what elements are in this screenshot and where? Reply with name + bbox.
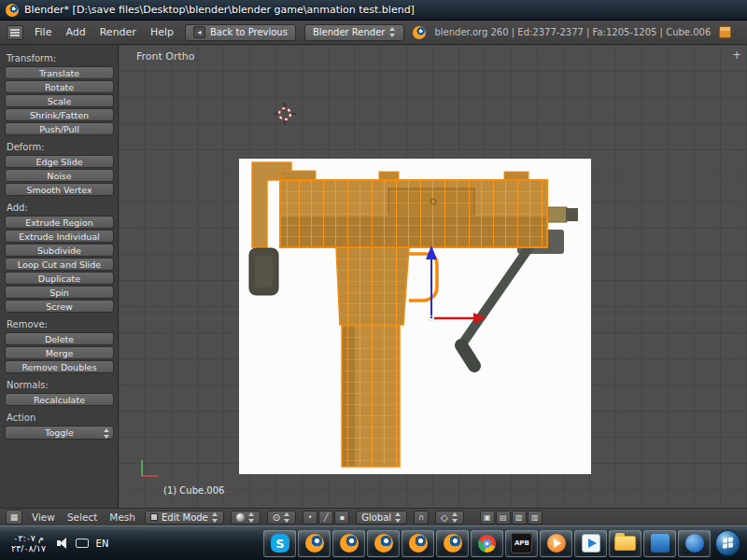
back-to-previous-button[interactable]: ◂ Back to Previous — [185, 24, 296, 41]
tool-delete-button[interactable]: Delete — [5, 332, 114, 345]
keyboard-icon[interactable] — [76, 539, 88, 548]
dropdown-arrows-icon — [248, 512, 255, 523]
opengl-render-button[interactable]: ▣ — [480, 511, 495, 525]
taskbar-apb[interactable]: APB — [505, 530, 538, 557]
dropdown-arrows-icon — [389, 27, 396, 37]
tool-noise-button[interactable]: Noise — [5, 169, 114, 182]
blender-icon — [444, 534, 462, 553]
folder-icon — [614, 536, 636, 551]
orientation-value: Global — [361, 512, 391, 523]
pivot-icon: ⊙ — [273, 512, 280, 523]
action-toggle-select[interactable]: Toggle — [5, 426, 114, 440]
vertex-select-button[interactable]: • — [303, 511, 317, 525]
tool-push-pull-button[interactable]: Push/Pull — [5, 122, 114, 135]
face-select-button[interactable]: ▪ — [334, 511, 349, 525]
3d-cursor[interactable] — [274, 103, 296, 125]
snap-element-select[interactable]: ◇ — [435, 511, 464, 525]
active-object-label: (1) Cube.006 — [163, 485, 224, 496]
tool-smooth-vertex-button[interactable]: Smooth Vertex — [5, 183, 114, 196]
pivot-select[interactable]: ⊙ — [267, 511, 296, 525]
window-title: Blender* [D:\save files\Desktop\blender\… — [24, 4, 415, 16]
3dview-editor-icon: ▦ — [10, 512, 19, 522]
taskbar-chrome[interactable] — [471, 530, 503, 557]
gun-trigger-guard[interactable] — [409, 254, 437, 301]
chrome-icon — [478, 535, 496, 553]
blue-app-icon — [651, 534, 669, 553]
editor-type-button-info[interactable] — [7, 25, 23, 40]
tool-scale-button[interactable]: Scale — [5, 94, 114, 107]
taskbar-blender-1[interactable] — [298, 530, 331, 557]
volume-icon[interactable] — [57, 538, 71, 549]
tool-remove-doubles-button[interactable]: Remove Doubles — [5, 360, 114, 373]
menu-help[interactable]: Help — [148, 25, 176, 39]
blender-icon — [340, 534, 359, 553]
tool-extrude-individual-button[interactable]: Extrude Individual — [5, 230, 114, 243]
gun-muzzle — [546, 207, 578, 222]
taskbar-media-blue[interactable] — [574, 530, 607, 557]
menu-render[interactable]: Render — [97, 25, 139, 39]
tool-duplicate-button[interactable]: Duplicate — [5, 272, 114, 285]
menu-file[interactable]: File — [32, 25, 54, 39]
tool-translate-button[interactable]: Translate — [5, 66, 114, 79]
taskbar-media-orange[interactable] — [540, 530, 572, 557]
gun-receiver[interactable] — [280, 171, 547, 247]
tool-recalculate-button[interactable]: Recalculate — [5, 393, 114, 406]
section-action-label: Action — [7, 413, 114, 423]
tool-merge-button[interactable]: Merge — [5, 346, 114, 359]
tool-edge-slide-button[interactable]: Edge Slide — [5, 155, 114, 168]
media-player2-icon — [582, 534, 600, 553]
blender-icon — [305, 534, 324, 553]
render-engine-select[interactable]: Blender Render — [304, 24, 405, 41]
tool-shelf: Transform: Translate Rotate Scale Shrink… — [0, 45, 119, 508]
taskbar-blender-4[interactable] — [402, 530, 434, 557]
language-indicator[interactable]: EN — [93, 539, 112, 549]
menu-view[interactable]: View — [29, 511, 58, 524]
snap-magnet-button[interactable]: ∩ — [414, 511, 429, 525]
edge-select-button[interactable]: ╱ — [318, 511, 333, 525]
taskbar-app-blue2[interactable] — [678, 530, 711, 557]
windows-flag-icon — [723, 537, 734, 550]
gun-grip[interactable] — [336, 247, 409, 325]
layers-button[interactable]: ▧ — [512, 511, 527, 525]
menu-select[interactable]: Select — [64, 511, 100, 524]
window-titlebar: Blender* [D:\save files\Desktop\blender\… — [0, 0, 747, 21]
display-button[interactable]: ▥ — [528, 511, 543, 525]
gun-stock — [461, 230, 564, 366]
mode-select[interactable]: Edit Mode — [145, 511, 224, 525]
menu-add[interactable]: Add — [63, 25, 88, 39]
tool-shrink-fatten-button[interactable]: Shrink/Fatten — [5, 108, 114, 121]
gun-reference-drawing — [239, 159, 591, 474]
blender-icon — [409, 534, 428, 553]
viewport-3d[interactable]: Front Ortho (1) Cube.006 + — [119, 45, 747, 508]
info-editor-icon — [10, 29, 20, 36]
menu-mesh[interactable]: Mesh — [106, 511, 138, 524]
region-expand-icon[interactable]: + — [732, 49, 741, 62]
back-arrow-icon: ◂ — [193, 26, 205, 38]
taskbar-blender-3[interactable] — [367, 530, 400, 557]
tool-extrude-region-button[interactable]: Extrude Region — [5, 216, 114, 229]
blender-app-icon — [6, 4, 19, 17]
gun-magazine[interactable] — [342, 325, 400, 467]
opengl-render-anim-button[interactable]: ▤ — [496, 511, 511, 525]
editor-type-button-3dview[interactable]: ▦ — [6, 510, 22, 525]
taskbar-blender-2[interactable] — [332, 530, 365, 557]
taskbar-clock[interactable]: م ٠٢:٠٧ ٢٣/٠٨/١٧ — [5, 533, 52, 554]
shading-sphere-icon — [236, 513, 245, 522]
reference-image — [239, 159, 591, 474]
tool-rotate-button[interactable]: Rotate — [5, 80, 114, 93]
taskbar-skype[interactable]: S — [263, 530, 296, 557]
section-deform-label: Deform: — [7, 142, 114, 152]
tool-spin-button[interactable]: Spin — [5, 286, 114, 299]
taskbar-folder[interactable] — [609, 530, 641, 557]
orientation-select[interactable]: Global — [356, 511, 407, 525]
tool-screw-button[interactable]: Screw — [5, 300, 114, 313]
dropdown-arrows-icon — [452, 512, 458, 523]
taskbar-blender-5[interactable] — [436, 530, 469, 557]
scene-stats: blender.org 260 | Ed:2377-2377 | Fa:1205… — [434, 27, 711, 37]
start-button[interactable] — [715, 530, 740, 556]
tool-subdivide-button[interactable]: Subdivide — [5, 244, 114, 257]
taskbar-app-blue1[interactable] — [643, 530, 676, 557]
tool-loop-cut-button[interactable]: Loop Cut and Slide — [5, 258, 114, 271]
shading-select[interactable] — [231, 511, 261, 525]
dropdown-arrows-icon — [104, 428, 110, 439]
